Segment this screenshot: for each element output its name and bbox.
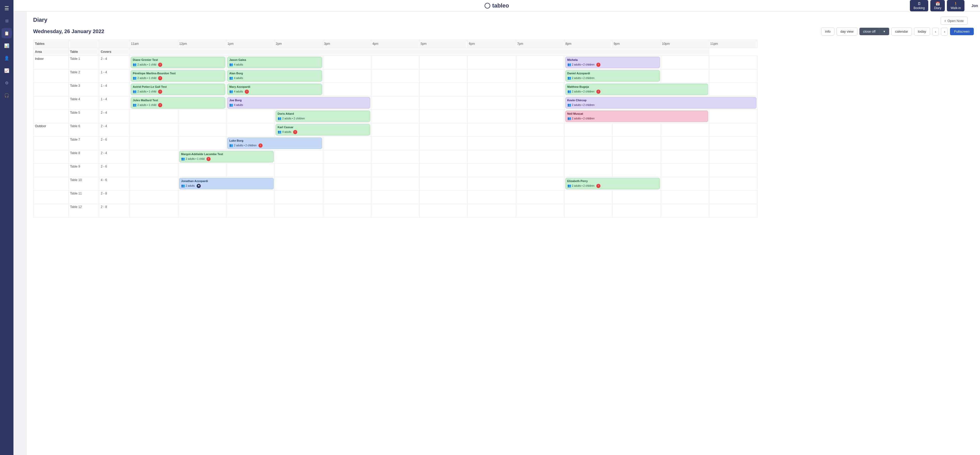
table-row: Table 52 - 4Doris Attard👥 2 adults • 2 c… — [33, 110, 757, 123]
booking-block[interactable]: Matthew Bugeja👥 2 adults • 2 children! — [565, 84, 708, 95]
time-slot-cell — [323, 204, 371, 217]
time-slot-cell: Matthew Bugeja👥 2 adults • 2 children! — [564, 83, 709, 96]
booking-block[interactable]: Jason Galea👥 4 adults — [227, 57, 322, 68]
booking-name: Margot-Adélaïde Lacombe Test — [181, 152, 272, 156]
time-slot-cell — [468, 56, 516, 69]
booking-block[interactable]: Diane Grenier Test👥 2 adults • 1 child! — [130, 57, 225, 68]
sidebar-item-support[interactable]: 🎧 — [2, 90, 12, 101]
today-button[interactable]: today — [914, 27, 930, 35]
area-cell — [33, 150, 68, 164]
table-name-cell: Table 5 — [68, 110, 99, 123]
booking-covers: 👥 2 adults • 1 child! — [133, 76, 223, 80]
sidebar-item-dashboard[interactable]: ⊞ — [2, 16, 12, 26]
booking-block[interactable]: Jonathan Azzopardi👥 2 adults★ — [179, 178, 274, 189]
booking-block[interactable]: Karl Cassar👥 4 adults! — [275, 124, 370, 136]
day-view-button[interactable]: day view — [837, 27, 858, 35]
time-slot-cell — [468, 177, 516, 191]
area-cell — [33, 137, 68, 150]
covers-cell: 2 - 6 — [99, 137, 130, 150]
close-off-dropdown[interactable]: ▼ — [879, 28, 889, 35]
time-slot-cell: Daniel Azzopardi👥 2 adults • 2 children — [564, 69, 661, 83]
covers-icon: 👥 — [229, 89, 233, 94]
covers-cell: 2 - 4 — [99, 110, 130, 123]
close-off-button[interactable]: close off — [859, 28, 879, 35]
booking-block[interactable]: Kevin Chircop👥 2 adults • 2 children — [565, 97, 756, 109]
time-slot-cell — [178, 110, 226, 123]
time-slot-cell — [419, 150, 468, 164]
booking-block[interactable]: Neil Muscat👥 2 adults • 2 children — [565, 110, 708, 122]
covers-icon: 👥 — [229, 62, 233, 67]
table-row: Table 82 - 4Margot-Adélaïde Lacombe Test… — [33, 150, 757, 164]
calendar-button[interactable]: calendar — [891, 27, 912, 35]
time-slot-cell — [564, 164, 612, 177]
time-slot-cell — [468, 83, 516, 96]
booking-block[interactable]: Doris Attard👥 2 adults • 2 children — [275, 110, 370, 122]
area-cell — [33, 177, 68, 191]
time-slot-cell — [178, 164, 226, 177]
booking-block[interactable]: Joe Borg👥 4 adults — [227, 97, 370, 109]
fullscreen-button[interactable]: Fullscreen — [950, 28, 974, 35]
prev-button[interactable]: ‹ — [932, 28, 939, 35]
covers-icon: 👥 — [567, 89, 571, 94]
time-slot-cell — [419, 137, 468, 150]
app-logo: tableo — [485, 2, 509, 9]
time-slot-cell — [275, 177, 323, 191]
date-label: Wednesday, 26 January 2022 — [33, 29, 819, 34]
sidebar-item-reports[interactable]: 📊 — [2, 40, 12, 51]
sidebar-item-settings[interactable]: ⚙ — [2, 78, 12, 88]
booking-block[interactable]: Jules Maillard Test👥 2 adults • 1 child! — [130, 97, 225, 109]
menu-icon[interactable]: ☰ — [2, 3, 11, 13]
covers-icon: 👥 — [567, 62, 571, 67]
walkin-icon: 🚶 — [954, 2, 958, 6]
covers-cell: 2 - 4 — [99, 56, 130, 69]
area-col-header: Area — [33, 48, 68, 56]
info-button[interactable]: info — [821, 27, 834, 35]
booking-covers: 👥 2 adults • 2 children! — [229, 143, 320, 148]
booking-block[interactable]: Elizabeth Perry👥 2 adults • 2 children! — [565, 178, 660, 189]
booking-covers: 👥 4 adults! — [229, 89, 320, 94]
booking-name: Mary Azzopardi — [229, 85, 320, 89]
booking-covers: 👥 2 adults • 1 child! — [133, 62, 223, 67]
time-11pm: 11pm — [709, 40, 757, 48]
next-button[interactable]: › — [941, 28, 948, 35]
time-8pm: 8pm — [564, 40, 612, 48]
sidebar-item-analytics[interactable]: 📈 — [2, 65, 12, 76]
time-slot-cell — [612, 123, 661, 137]
alert-badge: ! — [596, 184, 600, 188]
booking-block[interactable]: Alan Borg👥 4 adults — [227, 70, 322, 81]
time-slot-cell: Diane Grenier Test👥 2 adults • 1 child! — [130, 56, 226, 69]
table-row: OutdoorTable 62 - 4Karl Cassar👥 4 adults… — [33, 123, 757, 137]
booking-block[interactable]: Michela👥 2 adults • 2 children! — [565, 57, 660, 68]
time-slot-cell: Astrid Potier-Le Gall Test👥 2 adults • 1… — [130, 83, 226, 96]
open-note-button[interactable]: Open Note — [941, 17, 967, 25]
booking-block[interactable]: Astrid Potier-Le Gall Test👥 2 adults • 1… — [130, 84, 225, 95]
area-cell — [33, 164, 68, 177]
sidebar: ☰ ⊞ 📋 📊 👤 📈 ⚙ 🎧 — [0, 0, 13, 455]
time-slot-cell — [516, 96, 564, 110]
booking-block[interactable]: Margot-Adélaïde Lacombe Test👥 2 adults •… — [179, 151, 274, 162]
booking-button[interactable]: 🗓 Booking — [910, 0, 928, 11]
time-2pm: 2pm — [275, 40, 323, 48]
booking-name: Jonathan Azzopardi — [181, 179, 272, 183]
app-name: tableo — [492, 2, 509, 9]
walkin-button[interactable]: 🚶 Walk-in — [947, 0, 964, 11]
sidebar-item-bookings[interactable]: 📋 — [2, 28, 12, 38]
booking-block[interactable]: Mary Azzopardi👥 4 adults! — [227, 84, 322, 95]
time-slot-cell — [516, 137, 564, 150]
alert-badge: ! — [293, 130, 297, 134]
booking-block[interactable]: Pénélope Martins-Bourdon Test👥 2 adults … — [130, 70, 225, 81]
sidebar-item-users[interactable]: 👤 — [2, 53, 12, 63]
time-slot-cell — [516, 83, 564, 96]
time-slot-cell — [516, 164, 564, 177]
time-slot-cell — [130, 137, 178, 150]
time-slot-cell — [661, 56, 709, 69]
alert-badge: ! — [596, 89, 600, 94]
booking-block[interactable]: Daniel Azzopardi👥 2 adults • 2 children — [565, 70, 660, 81]
time-slot-cell — [709, 150, 757, 164]
time-slot-cell — [468, 191, 516, 204]
time-slot-cell — [661, 69, 709, 83]
time-slot-cell — [516, 204, 564, 217]
diary-button[interactable]: 📅 Diary — [930, 0, 945, 11]
alert-badge: ! — [158, 63, 162, 67]
booking-block[interactable]: Luke Borg👥 2 adults • 2 children! — [227, 137, 322, 149]
